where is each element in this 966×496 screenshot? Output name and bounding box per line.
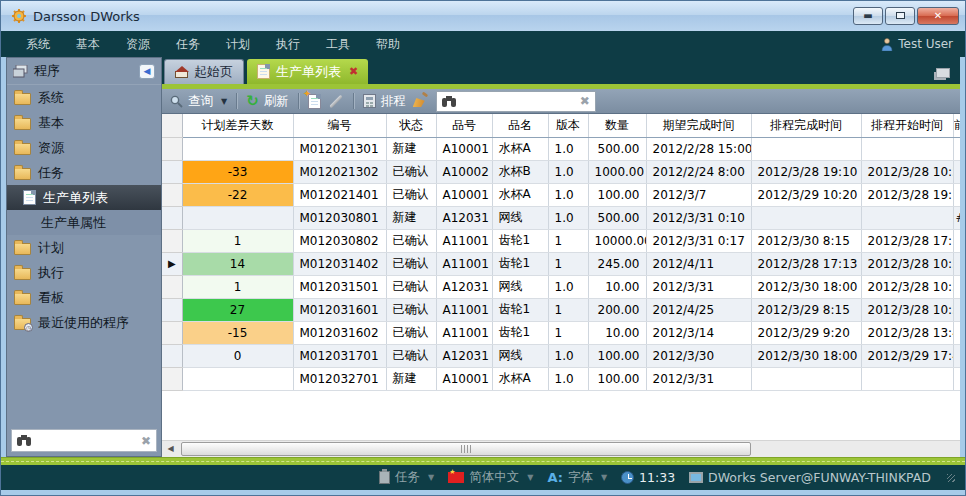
cell-code[interactable]: M012031501: [293, 275, 386, 298]
cell-code[interactable]: M012031601: [293, 298, 386, 321]
cell-diff[interactable]: 27: [182, 298, 293, 321]
tab-production-order-list[interactable]: 生产单列表 ✖: [247, 59, 368, 84]
cell-end[interactable]: 2012/3/29 9:20: [751, 321, 861, 344]
cell-due[interactable]: 2012/3/7: [646, 183, 751, 206]
cell-extra[interactable]: [953, 137, 960, 160]
cell-diff[interactable]: [182, 137, 293, 160]
sidebar-item-basic[interactable]: 基本: [7, 110, 161, 135]
cell-due[interactable]: 2012/2/24 8:00: [646, 160, 751, 183]
sidebar-item-task[interactable]: 任务: [7, 160, 161, 185]
row-indicator[interactable]: [162, 183, 182, 206]
cell-qty[interactable]: 200.00: [588, 298, 646, 321]
query-button[interactable]: 查询 ▼: [170, 93, 227, 110]
refresh-button[interactable]: ↻ 刷新: [246, 93, 289, 110]
cell-name[interactable]: 网线: [492, 275, 548, 298]
cell-end[interactable]: 2012/3/30 18:00: [751, 275, 861, 298]
cell-pn[interactable]: A12031: [436, 275, 492, 298]
cell-start[interactable]: [861, 206, 953, 229]
row-indicator[interactable]: [162, 344, 182, 367]
sidebar-item-system[interactable]: 系统: [7, 85, 161, 110]
col-qty[interactable]: 数量: [588, 114, 646, 137]
sidebar-item-execute[interactable]: 执行: [7, 260, 161, 285]
cell-extra[interactable]: [953, 321, 960, 344]
toolbar-search-box[interactable]: ✖: [436, 91, 596, 112]
cell-name[interactable]: 齿轮1: [492, 298, 548, 321]
menu-tools[interactable]: 工具: [313, 36, 363, 53]
row-indicator[interactable]: [162, 160, 182, 183]
cell-qty[interactable]: 100.00: [588, 344, 646, 367]
cell-ver[interactable]: 1.0: [548, 160, 588, 183]
toolbar-search-clear-icon[interactable]: ✖: [580, 94, 590, 108]
cell-pn[interactable]: A11001: [436, 252, 492, 275]
cell-start[interactable]: 2012/3/28 10:52: [861, 252, 953, 275]
col-code[interactable]: 编号: [293, 114, 386, 137]
cell-code[interactable]: M012021302: [293, 160, 386, 183]
col-version[interactable]: 版本: [548, 114, 588, 137]
cell-pn[interactable]: A12031: [436, 206, 492, 229]
row-indicator[interactable]: [162, 367, 182, 390]
menu-task[interactable]: 任务: [163, 36, 213, 53]
cell-pn[interactable]: A10001: [436, 137, 492, 160]
cell-code[interactable]: M012032701: [293, 367, 386, 390]
table-row[interactable]: -22M012021401已确认A10001水杯A1.0100.002012/3…: [162, 183, 960, 206]
menu-help[interactable]: 帮助: [363, 36, 413, 53]
sidebar-item-resource[interactable]: 资源: [7, 135, 161, 160]
col-status[interactable]: 状态: [386, 114, 436, 137]
menu-execute[interactable]: 执行: [263, 36, 313, 53]
cell-ver[interactable]: 1.0: [548, 344, 588, 367]
cell-status[interactable]: 已确认: [386, 298, 436, 321]
sidebar-item-production-order-list[interactable]: 生产单列表: [7, 185, 161, 210]
cell-diff[interactable]: [182, 367, 293, 390]
scroll-left-arrow[interactable]: ◀: [162, 441, 179, 457]
cell-diff[interactable]: -33: [182, 160, 293, 183]
cell-pn[interactable]: A11001: [436, 229, 492, 252]
cell-name[interactable]: 水杯A: [492, 367, 548, 390]
cell-pn[interactable]: A10002: [436, 160, 492, 183]
cell-extra[interactable]: [953, 298, 960, 321]
tab-close-icon[interactable]: ✖: [349, 65, 358, 78]
cell-due[interactable]: 2012/3/31 0:10: [646, 206, 751, 229]
cell-status[interactable]: 已确认: [386, 229, 436, 252]
col-part-no[interactable]: 品号: [436, 114, 492, 137]
status-task-menu[interactable]: 任务 ▼: [379, 469, 434, 486]
cell-extra[interactable]: [953, 367, 960, 390]
cell-start[interactable]: 2012/3/28 13:40: [861, 321, 953, 344]
table-row[interactable]: 1M012030802已确认A11001齿轮1110000.002012/3/3…: [162, 229, 960, 252]
cell-ver[interactable]: 1: [548, 298, 588, 321]
sidebar-search-clear-icon[interactable]: ✖: [141, 434, 151, 448]
cell-pn[interactable]: A12031: [436, 344, 492, 367]
col-sched-finish[interactable]: 排程完成时间: [751, 114, 861, 137]
cell-code[interactable]: M012031602: [293, 321, 386, 344]
row-indicator[interactable]: [162, 137, 182, 160]
cell-extra[interactable]: [953, 252, 960, 275]
cell-name[interactable]: 网线: [492, 206, 548, 229]
clean-button[interactable]: [413, 93, 429, 109]
col-expected-finish[interactable]: 期望完成时间: [646, 114, 751, 137]
cell-ver[interactable]: 1.0: [548, 137, 588, 160]
cell-due[interactable]: 2012/4/25: [646, 298, 751, 321]
new-button[interactable]: ✦: [308, 94, 321, 109]
sidebar-collapse-button[interactable]: ◀: [139, 64, 155, 79]
sidebar-item-recent-programs[interactable]: ◷ 最近使用的程序: [7, 310, 161, 335]
cell-code[interactable]: M012021301: [293, 137, 386, 160]
cell-status[interactable]: 已确认: [386, 160, 436, 183]
cell-due[interactable]: 2012/3/31: [646, 367, 751, 390]
sidebar-search-box[interactable]: ✖: [11, 429, 157, 452]
table-row[interactable]: ▶14M012031402已确认A11001齿轮11245.002012/4/1…: [162, 252, 960, 275]
cell-code[interactable]: M012021401: [293, 183, 386, 206]
resize-grip[interactable]: [947, 474, 955, 482]
cell-end[interactable]: [751, 206, 861, 229]
cell-extra[interactable]: [953, 229, 960, 252]
cell-status[interactable]: 已确认: [386, 252, 436, 275]
cell-status[interactable]: 新建: [386, 367, 436, 390]
status-font-menu[interactable]: A: 字体 ▼: [547, 469, 607, 486]
cell-code[interactable]: M012031402: [293, 252, 386, 275]
cell-qty[interactable]: 100.00: [588, 183, 646, 206]
cell-ver[interactable]: 1: [548, 321, 588, 344]
cell-end[interactable]: 2012/3/30 8:15: [751, 229, 861, 252]
edit-button[interactable]: [328, 100, 344, 103]
cell-diff[interactable]: 14: [182, 252, 293, 275]
cell-status[interactable]: 新建: [386, 137, 436, 160]
minimize-button[interactable]: ▬: [853, 7, 883, 25]
cell-diff[interactable]: -15: [182, 321, 293, 344]
